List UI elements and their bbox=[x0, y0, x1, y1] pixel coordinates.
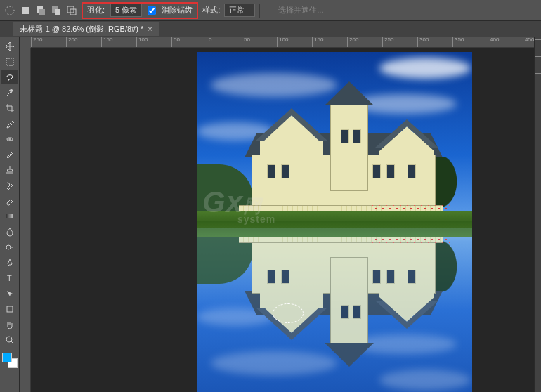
antialias-checkbox[interactable] bbox=[148, 6, 156, 15]
svg-text:T: T bbox=[7, 274, 12, 282]
selection-intersect-icon[interactable] bbox=[66, 5, 77, 16]
watermark: Gx网 system bbox=[202, 185, 275, 225]
svg-point-11 bbox=[6, 245, 11, 249]
close-icon[interactable]: × bbox=[148, 25, 152, 33]
antialias-label: 消除锯齿 bbox=[162, 5, 193, 15]
svg-rect-8 bbox=[6, 58, 13, 65]
svg-rect-7 bbox=[70, 9, 76, 15]
lasso-tool-icon[interactable] bbox=[1, 70, 18, 84]
style-label: 样式: bbox=[202, 5, 220, 15]
svg-rect-0 bbox=[6, 6, 14, 15]
ruler-tick: 250 bbox=[382, 37, 417, 48]
ruler-tick: 400 bbox=[488, 37, 523, 48]
type-tool-icon[interactable]: T bbox=[1, 271, 18, 285]
ruler-tick: 100 bbox=[277, 37, 312, 48]
healing-tool-icon[interactable] bbox=[1, 132, 18, 146]
path-select-icon[interactable] bbox=[1, 287, 18, 301]
ruler-tick: 350 bbox=[452, 37, 488, 48]
lasso-selection-marquee bbox=[273, 303, 304, 323]
ruler-tick: 100 bbox=[136, 37, 171, 48]
gradient-tool-icon[interactable] bbox=[1, 209, 18, 223]
selection-add-icon[interactable] bbox=[35, 5, 46, 16]
wand-tool-icon[interactable] bbox=[1, 86, 18, 100]
selection-subtract-icon[interactable] bbox=[51, 5, 62, 16]
feather-value[interactable]: 5 像素 bbox=[110, 4, 142, 17]
panel-dock[interactable] bbox=[534, 37, 541, 392]
toolbox: T bbox=[0, 37, 20, 392]
refine-edge-button[interactable]: 选择并遮住... bbox=[278, 5, 323, 15]
ruler-tick: 50 bbox=[242, 37, 277, 48]
ruler-tick: 50 bbox=[171, 37, 207, 48]
ruler-tick: 150 bbox=[312, 37, 347, 48]
image-reflection bbox=[197, 226, 472, 392]
ruler-horizontal: 2502001501005005010015020025030035040045… bbox=[31, 37, 541, 48]
eyedropper-tool-icon[interactable] bbox=[1, 117, 18, 131]
history-brush-icon[interactable] bbox=[1, 178, 18, 192]
svg-point-14 bbox=[6, 337, 12, 342]
panel-icon[interactable] bbox=[535, 56, 541, 70]
divider bbox=[259, 4, 260, 18]
panel-icon[interactable] bbox=[535, 39, 541, 53]
tool-preset-icon[interactable] bbox=[4, 5, 15, 16]
svg-rect-5 bbox=[55, 9, 60, 15]
svg-rect-10 bbox=[6, 214, 13, 218]
ruler-tick: 200 bbox=[66, 37, 101, 48]
image-content bbox=[211, 73, 337, 97]
zoom-tool-icon[interactable] bbox=[1, 333, 18, 347]
move-tool-icon[interactable] bbox=[1, 39, 18, 53]
selection-new-icon[interactable] bbox=[20, 5, 31, 16]
hand-tool-icon[interactable] bbox=[1, 318, 18, 332]
highlighted-options: 羽化: 5 像素 消除锯齿 bbox=[82, 2, 198, 19]
ruler-tick: 150 bbox=[101, 37, 136, 48]
ruler-tick: 300 bbox=[417, 37, 452, 48]
shape-tool-icon[interactable] bbox=[1, 302, 18, 316]
ruler-vertical bbox=[20, 48, 31, 392]
ruler-tick: 250 bbox=[31, 37, 66, 48]
canvas-area[interactable]: Gx网 system bbox=[31, 48, 534, 392]
eraser-tool-icon[interactable] bbox=[1, 194, 18, 208]
marquee-tool-icon[interactable] bbox=[1, 55, 18, 69]
document-tab-title: 未标题-1 @ 82.6% (倒影, RGB/8#) * bbox=[20, 24, 143, 34]
style-select[interactable]: 正常 bbox=[224, 4, 255, 17]
ruler-tick: 0 bbox=[207, 37, 242, 48]
document-canvas[interactable]: Gx网 system bbox=[197, 52, 472, 392]
options-bar: 羽化: 5 像素 消除锯齿 样式: 正常 选择并遮住... bbox=[0, 0, 541, 21]
blur-tool-icon[interactable] bbox=[1, 225, 18, 239]
feather-label: 羽化: bbox=[87, 5, 105, 15]
stamp-tool-icon[interactable] bbox=[1, 163, 18, 177]
document-tab[interactable]: 未标题-1 @ 82.6% (倒影, RGB/8#) * × bbox=[13, 22, 159, 36]
svg-rect-13 bbox=[7, 306, 13, 312]
pen-tool-icon[interactable] bbox=[1, 256, 18, 270]
svg-rect-1 bbox=[22, 7, 29, 14]
brush-tool-icon[interactable] bbox=[1, 148, 18, 162]
image-content bbox=[379, 58, 471, 79]
foreground-color-swatch[interactable] bbox=[2, 353, 12, 362]
document-tab-bar: 未标题-1 @ 82.6% (倒影, RGB/8#) * × bbox=[0, 21, 541, 37]
color-swatches[interactable] bbox=[2, 353, 18, 368]
ruler-tick: 200 bbox=[347, 37, 382, 48]
dodge-tool-icon[interactable] bbox=[1, 240, 18, 254]
svg-rect-3 bbox=[39, 9, 45, 15]
crop-tool-icon[interactable] bbox=[1, 101, 18, 115]
panel-icon[interactable] bbox=[535, 73, 541, 87]
